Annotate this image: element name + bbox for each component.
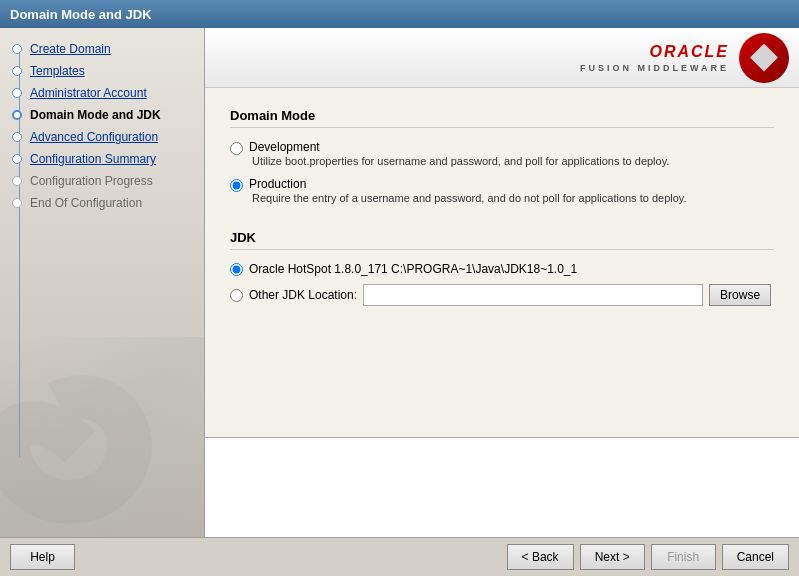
finish-button[interactable]: Finish [651,544,716,570]
development-radio-item[interactable]: Development [230,140,774,155]
other-jdk-radio[interactable] [230,289,243,302]
sidebar-label-domain-mode-jdk: Domain Mode and JDK [30,108,161,122]
sidebar-item-administrator-account[interactable]: Administrator Account [0,82,204,104]
sidebar-link-create-domain[interactable]: Create Domain [30,42,111,56]
footer-right: < Back Next > Finish Cancel [507,544,789,570]
oracle-logo: ORACLE FUSION MIDDLEWARE [580,43,729,73]
sidebar-link-administrator-account[interactable]: Administrator Account [30,86,147,100]
help-button[interactable]: Help [10,544,75,570]
step-indicator [12,176,22,186]
content-area: ORACLE FUSION MIDDLEWARE Domain Mode Dev… [205,28,799,537]
production-radio[interactable] [230,179,243,192]
step-indicator [12,132,22,142]
oracle-hotspot-radio[interactable] [230,263,243,276]
production-radio-item[interactable]: Production [230,177,774,192]
oracle-brand-text: ORACLE [649,43,729,61]
step-indicator [12,198,22,208]
sidebar-decoration [0,337,190,537]
title-bar-text: Domain Mode and JDK [10,7,152,22]
sidebar-item-end-of-configuration: End Of Configuration [0,192,204,214]
footer: Help < Back Next > Finish Cancel [0,537,799,576]
sidebar-label-configuration-progress: Configuration Progress [30,174,153,188]
sidebar-link-configuration-summary[interactable]: Configuration Summary [30,152,156,166]
sidebar-item-configuration-progress: Configuration Progress [0,170,204,192]
sidebar-link-templates[interactable]: Templates [30,64,85,78]
step-indicator [12,44,22,54]
footer-left: Help [10,544,75,570]
production-option: Production Require the entry of a userna… [230,177,774,210]
next-button[interactable]: Next > [580,544,645,570]
cancel-button[interactable]: Cancel [722,544,789,570]
development-label[interactable]: Development [249,140,320,154]
other-jdk-option: Other JDK Location: Browse [230,284,774,306]
sidebar: Create Domain Templates Administrator Ac… [0,28,205,537]
step-indicator [12,88,22,98]
sidebar-link-advanced-configuration[interactable]: Advanced Configuration [30,130,158,144]
step-indicator [12,110,22,120]
jdk-section-title: JDK [230,230,774,250]
oracle-hotspot-label[interactable]: Oracle HotSpot 1.8.0_171 C:\PROGRA~1\Jav… [249,262,577,276]
sidebar-label-end-of-configuration: End Of Configuration [30,196,142,210]
page-content: Domain Mode Development Utilize boot.pro… [205,88,799,437]
step-indicator [12,66,22,76]
back-button[interactable]: < Back [507,544,574,570]
development-description: Utilize boot.properties for username and… [252,155,774,167]
main-container: Create Domain Templates Administrator Ac… [0,28,799,537]
oracle-icon [739,33,789,83]
other-jdk-path-input[interactable] [363,284,703,306]
development-radio[interactable] [230,142,243,155]
oracle-header: ORACLE FUSION MIDDLEWARE [205,28,799,88]
domain-mode-radio-group: Development Utilize boot.properties for … [230,140,774,210]
sidebar-item-configuration-summary[interactable]: Configuration Summary [0,148,204,170]
other-jdk-label[interactable]: Other JDK Location: [249,288,357,302]
sidebar-item-domain-mode-jdk: Domain Mode and JDK [0,104,204,126]
sidebar-item-create-domain[interactable]: Create Domain [0,38,204,60]
jdk-section: JDK Oracle HotSpot 1.8.0_171 C:\PROGRA~1… [230,230,774,306]
development-option: Development Utilize boot.properties for … [230,140,774,173]
production-description: Require the entry of a username and pass… [252,192,774,204]
oracle-sub-text: FUSION MIDDLEWARE [580,63,729,73]
step-indicator [12,154,22,164]
log-area [205,437,799,537]
sidebar-item-templates[interactable]: Templates [0,60,204,82]
domain-mode-section-title: Domain Mode [230,108,774,128]
oracle-hotspot-option[interactable]: Oracle HotSpot 1.8.0_171 C:\PROGRA~1\Jav… [230,262,774,276]
browse-button[interactable]: Browse [709,284,771,306]
title-bar: Domain Mode and JDK [0,0,799,28]
sidebar-item-advanced-configuration[interactable]: Advanced Configuration [0,126,204,148]
production-label[interactable]: Production [249,177,306,191]
